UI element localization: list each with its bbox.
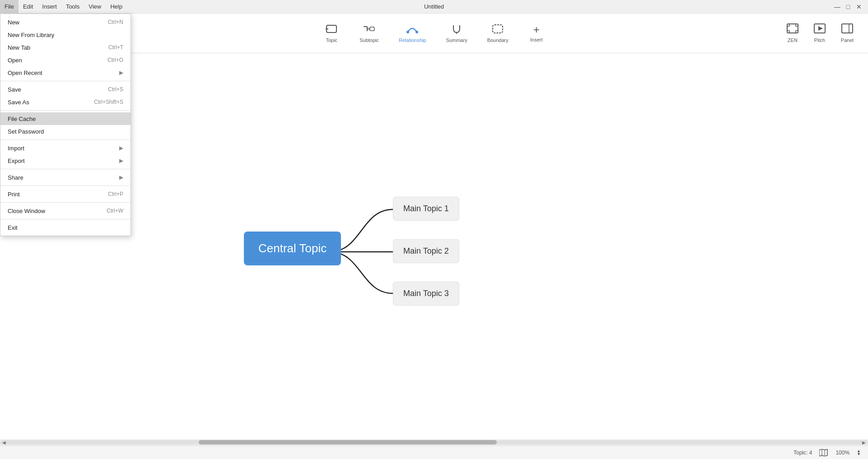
horizontal-scrollbar[interactable]: ◀ ▶ bbox=[0, 439, 868, 445]
menu-share[interactable]: Share ▶ bbox=[0, 171, 131, 184]
menu-set-password-label: Set Password bbox=[8, 128, 44, 135]
svg-rect-9 bbox=[493, 25, 503, 33]
menu-file-cache[interactable]: File Cache bbox=[0, 112, 131, 125]
file-dropdown-menu: New Ctrl+N New From Library New Tab Ctrl… bbox=[0, 14, 131, 236]
window-controls: — □ ✕ bbox=[833, 0, 863, 14]
main-topic-1[interactable]: Main Topic 1 bbox=[393, 197, 459, 221]
menu-new-tab[interactable]: New Tab Ctrl+T bbox=[0, 41, 131, 54]
menu-edit[interactable]: Edit bbox=[19, 0, 37, 13]
menu-close-window-label: Close Window bbox=[8, 208, 45, 214]
menu-open[interactable]: Open Ctrl+O bbox=[0, 54, 131, 66]
menu-view[interactable]: View bbox=[84, 0, 106, 13]
toolbar-subtopic[interactable]: Subtopic bbox=[354, 21, 384, 46]
toolbar-summary[interactable]: Summary bbox=[441, 21, 473, 46]
relationship-icon bbox=[406, 24, 419, 36]
menu-save-as-shortcut: Ctrl+Shift+S bbox=[94, 99, 123, 105]
menu-file[interactable]: File bbox=[0, 0, 19, 13]
toolbar-insert-label: Insert bbox=[530, 37, 543, 42]
toolbar-pitch[interactable]: Pitch bbox=[808, 21, 831, 46]
menu-new-from-library-label: New From Library bbox=[8, 32, 54, 38]
menu-bar: File Edit Insert Tools View Help Untitle… bbox=[0, 0, 868, 14]
menu-new-label: New bbox=[8, 19, 19, 26]
main-topic-1-label: Main Topic 1 bbox=[403, 204, 449, 213]
topic-count: Topic: 4 bbox=[793, 450, 812, 456]
toolbar-summary-label: Summary bbox=[446, 37, 467, 43]
menu-share-label: Share bbox=[8, 174, 23, 181]
menu-section-8: Exit bbox=[0, 219, 131, 236]
menu-import-label: Import bbox=[8, 145, 24, 152]
menu-close-window-shortcut: Ctrl+W bbox=[107, 208, 123, 214]
zoom-label: 100% bbox=[835, 450, 849, 456]
scroll-right-button[interactable]: ▶ bbox=[860, 439, 868, 445]
main-topic-2[interactable]: Main Topic 2 bbox=[393, 239, 459, 263]
central-topic[interactable]: Central Topic bbox=[244, 232, 341, 265]
scrollbar-thumb[interactable] bbox=[199, 440, 497, 445]
scroll-left-button[interactable]: ◀ bbox=[0, 439, 8, 445]
menu-export-arrow: ▶ bbox=[119, 158, 123, 164]
menu-export[interactable]: Export ▶ bbox=[0, 154, 131, 167]
zoom-down-icon[interactable]: ▼ bbox=[857, 453, 861, 455]
map-icon-button[interactable] bbox=[819, 449, 828, 456]
menu-open-recent[interactable]: Open Recent ▶ bbox=[0, 66, 131, 79]
toolbar-insert[interactable]: + Insert bbox=[523, 22, 550, 45]
menu-share-arrow: ▶ bbox=[119, 174, 123, 181]
toolbar-panel-label: Panel bbox=[841, 37, 854, 43]
main-topic-3-label: Main Topic 3 bbox=[403, 289, 449, 298]
central-topic-label: Central Topic bbox=[258, 241, 327, 255]
menu-new[interactable]: New Ctrl+N bbox=[0, 16, 131, 28]
menu-new-from-library[interactable]: New From Library bbox=[0, 28, 131, 41]
toolbar-topic[interactable]: Topic bbox=[318, 21, 345, 46]
menu-section-6: Print Ctrl+P bbox=[0, 185, 131, 202]
summary-icon bbox=[451, 24, 462, 36]
menu-exit[interactable]: Exit bbox=[0, 221, 131, 234]
svg-marker-12 bbox=[818, 26, 823, 31]
minimize-button[interactable]: — bbox=[833, 2, 842, 11]
menu-tools[interactable]: Tools bbox=[61, 0, 84, 13]
toolbar-zen[interactable]: ZEN bbox=[781, 21, 804, 46]
menu-save-shortcut: Ctrl+S bbox=[108, 86, 123, 93]
toolbar-relationship[interactable]: Relationship bbox=[393, 21, 432, 46]
menu-save-as[interactable]: Save As Ctrl+Shift+S bbox=[0, 96, 131, 108]
menu-open-label: Open bbox=[8, 57, 22, 64]
toolbar-right-group: ZEN Pitch Panel bbox=[781, 21, 859, 46]
svg-point-6 bbox=[406, 31, 409, 33]
menu-open-shortcut: Ctrl+O bbox=[107, 57, 123, 63]
toolbar-boundary[interactable]: Boundary bbox=[482, 21, 514, 46]
menu-insert[interactable]: Insert bbox=[37, 0, 61, 13]
svg-rect-13 bbox=[842, 24, 853, 33]
pitch-icon bbox=[814, 23, 826, 36]
scrollbar-track bbox=[0, 440, 868, 445]
toolbar-relationship-label: Relationship bbox=[399, 37, 426, 43]
maximize-button[interactable]: □ bbox=[844, 2, 853, 11]
main-topic-2-label: Main Topic 2 bbox=[403, 246, 449, 255]
menu-import[interactable]: Import ▶ bbox=[0, 142, 131, 154]
toolbar-subtopic-label: Subtopic bbox=[359, 37, 379, 43]
menu-save-as-label: Save As bbox=[8, 99, 29, 106]
menu-set-password[interactable]: Set Password bbox=[0, 125, 131, 138]
menu-section-3: File Cache Set Password bbox=[0, 110, 131, 139]
menu-section-7: Close Window Ctrl+W bbox=[0, 202, 131, 219]
menu-export-label: Export bbox=[8, 158, 25, 164]
zoom-stepper[interactable]: ▲ ▼ bbox=[857, 450, 861, 455]
zoom-level: 100% bbox=[835, 450, 849, 456]
menu-open-recent-label: Open Recent bbox=[8, 70, 42, 76]
menu-file-cache-label: File Cache bbox=[8, 116, 36, 122]
menu-new-shortcut: Ctrl+N bbox=[108, 19, 123, 25]
menu-save[interactable]: Save Ctrl+S bbox=[0, 83, 131, 96]
panel-icon bbox=[841, 23, 853, 36]
toolbar-boundary-label: Boundary bbox=[487, 37, 509, 43]
toolbar-panel[interactable]: Panel bbox=[835, 21, 859, 46]
menu-close-window[interactable]: Close Window Ctrl+W bbox=[0, 204, 131, 217]
svg-marker-15 bbox=[819, 449, 827, 456]
close-button[interactable]: ✕ bbox=[854, 2, 863, 11]
menu-save-label: Save bbox=[8, 86, 21, 93]
menu-section-2: Save Ctrl+S Save As Ctrl+Shift+S bbox=[0, 81, 131, 110]
menu-section-5: Share ▶ bbox=[0, 169, 131, 185]
menu-print[interactable]: Print Ctrl+P bbox=[0, 188, 131, 200]
insert-icon: + bbox=[533, 24, 540, 35]
menu-help[interactable]: Help bbox=[106, 0, 127, 13]
main-topic-3[interactable]: Main Topic 3 bbox=[393, 282, 459, 306]
menu-new-tab-label: New Tab bbox=[8, 44, 30, 51]
topic-count-label: Topic: 4 bbox=[793, 450, 812, 456]
toolbar-pitch-label: Pitch bbox=[814, 37, 825, 43]
